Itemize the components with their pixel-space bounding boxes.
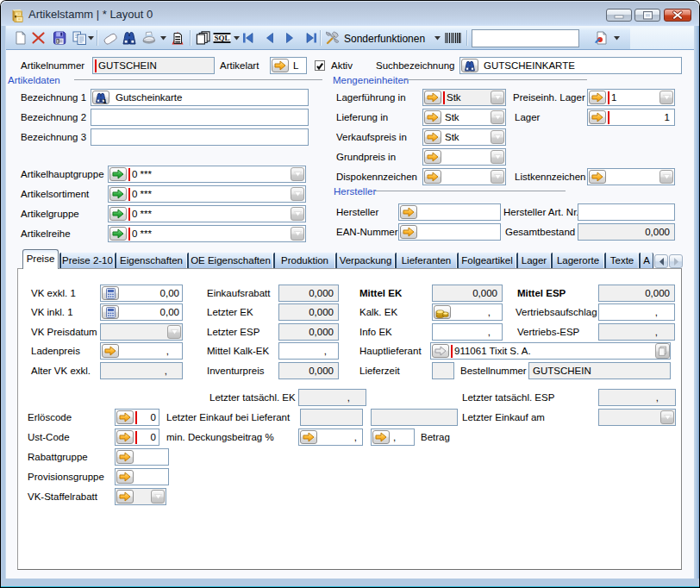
svg-text:1: 1 bbox=[103, 97, 107, 103]
svg-text:SQL: SQL bbox=[214, 34, 229, 42]
